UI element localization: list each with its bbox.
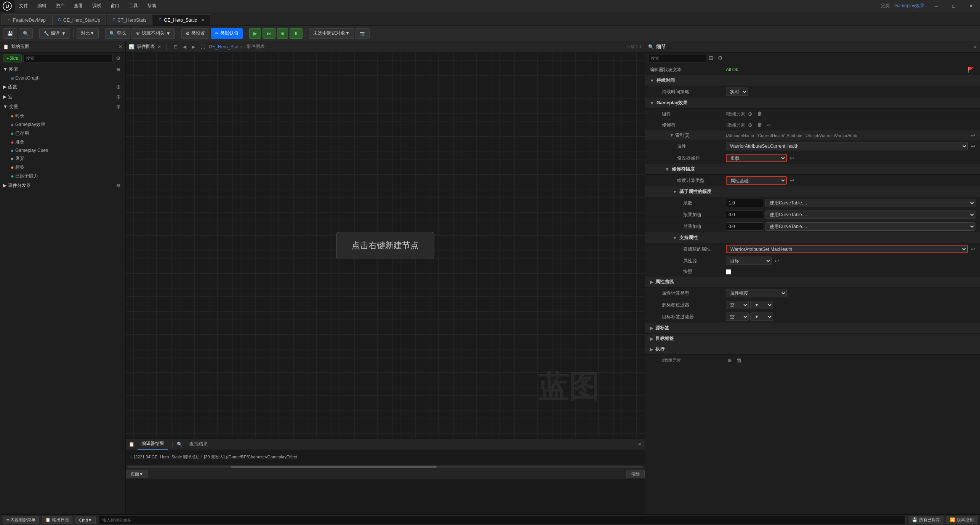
attribute-reset[interactable]: ↩ [971,143,975,149]
graph-nav-mode[interactable]: ⊟ [172,44,179,49]
class-defaults-button[interactable]: ✏ 类默认值 [211,28,243,39]
scrollbar-area[interactable] [126,464,645,469]
graphs-add-button[interactable]: ⊕ [115,65,122,73]
graph-area[interactable]: 点击右键新建节点 蓝图 [126,53,645,438]
graph-panel-close[interactable]: ✕ [157,44,161,49]
add-button[interactable]: + 添加 [3,54,22,62]
tree-item-discard[interactable]: ◆ 废弃 [0,154,125,163]
step-button[interactable]: ⏭ [263,28,275,39]
modifiers-reset-btn[interactable]: ↩ [767,122,772,128]
modifier-op-reset[interactable]: ↩ [790,155,794,161]
content-menu-button[interactable]: ≡ 内容侧滑菜单 [3,516,39,524]
modifiers-remove-icon[interactable]: 🗑 [756,121,764,129]
execution-add-icon[interactable]: ⊕ [726,356,733,364]
attribute-select[interactable]: WarriorAttributeSet.CurrentHealth [726,142,968,150]
coefficient-curve-select[interactable]: 使用CurveTable.... [765,199,975,207]
details-search-input[interactable] [648,54,706,62]
components-add-icon[interactable]: ⊕ [746,110,754,118]
magnitude-calc-reset[interactable]: ↩ [790,177,794,184]
tree-item-eventgraph[interactable]: ⊞ EventGraph [0,74,125,82]
tree-item-duration[interactable]: ◆ 时长 [0,112,125,120]
compile-button[interactable]: 🔧 编译 ▼ [39,28,70,39]
post-multiply-input[interactable] [726,222,764,231]
minimize-button[interactable]: ─ [927,0,945,12]
duration-section-header[interactable]: ▼ 持续时间 [645,75,980,86]
stop-button[interactable]: ■ [277,28,288,39]
details-close[interactable]: ✕ [973,44,977,49]
menu-view[interactable]: 查看 [69,0,88,12]
output-log-button[interactable]: 📋 输出日志 [42,516,72,524]
class-settings-button[interactable]: ⚙ 类设置 [181,28,209,39]
execution-header[interactable]: ▶ 执行 [645,344,980,355]
tab-close-button[interactable]: ✕ [201,18,205,23]
tree-item-applied[interactable]: ◆ 已存用 [0,129,125,138]
browse-button[interactable]: 🔍 [19,28,33,39]
left-panel-search-input[interactable] [23,54,113,62]
attribute-source-reset[interactable]: ↩ [775,258,779,264]
modifier-index-reset[interactable]: ↩ [971,132,975,139]
modifier-magnitude-header[interactable]: ▼ 修饰符幅度 [645,164,980,175]
graph-nav-back[interactable]: ◀ [181,44,188,49]
left-panel-settings-button[interactable]: ⚙ [114,54,122,62]
tab-ge-hero-startup[interactable]: G GE_Hero_StartUp [52,14,106,26]
menu-help[interactable]: 帮助 [143,0,161,12]
graph-nav-expand[interactable]: ⛶ [199,44,207,49]
menu-debug[interactable]: 调试 [88,0,106,12]
breadcrumb-link[interactable]: GE_Hero_Static [209,44,242,49]
console-input[interactable] [99,516,906,524]
tree-item-granted-abilities[interactable]: ◆ 已赋予能力 [0,172,125,180]
tree-section-graphs-header[interactable]: ▼ 图表 ⊕ [0,64,125,74]
camera-button[interactable]: 📷 [355,28,370,39]
version-control-button[interactable]: 🔀 版本控制 [946,516,977,524]
tree-item-tags[interactable]: ◆ 标签 [0,163,125,172]
macros-add-button[interactable]: ⊕ [115,93,122,101]
cmd-button[interactable]: Cmd▼ [75,516,95,524]
pause-button[interactable]: ⏸ [290,28,303,39]
tree-section-macros-header[interactable]: ▶ 宏 ⊕ [0,92,125,102]
tree-section-functions-header[interactable]: ▶ 函数 ⊕ [0,82,125,92]
details-view-toggle[interactable]: ⊞ [707,54,715,62]
tree-item-stack[interactable]: ◆ 堆叠 [0,138,125,147]
tree-item-gameplay-effect[interactable]: ◆ Gameplay效果 [0,120,125,129]
target-tag-filter-select[interactable]: 空 [726,313,749,321]
pre-multiply-curve-select[interactable]: 使用CurveTable.... [765,211,975,219]
debug-dropdown[interactable]: 未选中调试对象▼ [309,28,354,39]
diff-button[interactable]: 对比▼ [77,28,99,39]
page-dropdown[interactable]: 页面▼ [126,470,148,478]
tree-section-dispatchers-header[interactable]: ▶ 事件分发器 ⊕ [0,180,125,190]
source-tag-filter-select2[interactable]: ▼ [750,301,773,309]
tab-featuredevmap[interactable]: ⚠ FeatureDevMap [2,14,51,26]
attribute-based-header[interactable]: ▼ 基于属性的幅度 [645,187,980,197]
variables-add-button[interactable]: ⊕ [115,103,122,110]
attribute-source-select[interactable]: 目标 [726,257,772,265]
left-panel-close[interactable]: ✕ [118,44,122,49]
find-button[interactable]: 🔍 查找 [105,28,130,39]
pre-multiply-input[interactable] [726,211,764,219]
backing-attribute-header[interactable]: ▼ 支持属性 [645,233,980,243]
scrollbar-thumb[interactable] [231,466,437,468]
modifier-op-select[interactable]: 重载 [726,154,787,162]
modifiers-add-icon[interactable]: ⊕ [746,121,754,129]
tab-find-results[interactable]: 查找结果 [186,439,211,450]
target-tags-header[interactable]: ▶ 目标标签 [645,334,980,344]
tree-section-variables-header[interactable]: ▼ 变量 ⊕ [0,102,125,112]
coefficient-input[interactable] [726,199,764,207]
source-tags-header[interactable]: ▶ 源标签 [645,323,980,334]
menu-asset[interactable]: 资产 [51,0,69,12]
close-button[interactable]: ✕ [962,0,980,12]
clear-button[interactable]: 清除 [626,470,645,478]
details-settings-button[interactable]: ⚙ [716,54,724,62]
save-all-button[interactable]: 💾 所有已保存 [909,516,943,524]
tree-item-gameplay-cues[interactable]: ◆ Gameplay Cues [0,147,125,154]
menu-window[interactable]: 窗口 [106,0,124,12]
capture-attribute-select[interactable]: WarriorAttributeSet MaxHealth [726,245,968,253]
dispatchers-add-button[interactable]: ⊕ [115,182,122,189]
menu-tools[interactable]: 工具 [124,0,143,12]
play-button[interactable]: ▶ [249,28,261,39]
scrollbar-track[interactable] [127,466,643,468]
menu-file[interactable]: 文件 [14,0,33,12]
gameplay-effect-section-header[interactable]: ▼ Gameplay效果 [645,98,980,109]
attr-calc-type-select[interactable]: 属性幅度 [726,289,787,297]
attribute-curve-header[interactable]: ▶ 属性曲线 [645,277,980,287]
editor-status-flag[interactable]: 🚩 [966,66,975,73]
